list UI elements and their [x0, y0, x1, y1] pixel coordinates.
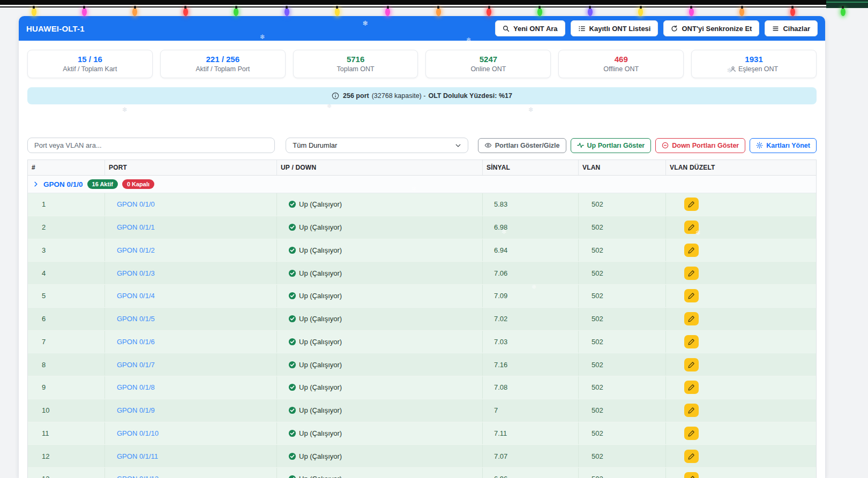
signal-value: 7.11 [483, 422, 579, 445]
table-row: 11 GPON 0/1/10 Up (Çalışıyor) 7.11 502 [28, 422, 816, 445]
pencil-icon [688, 430, 695, 437]
stat-value: 469 [561, 55, 681, 64]
stat-value: 5716 [296, 55, 416, 64]
status-filter-select[interactable]: Tüm Durumlar [286, 138, 468, 153]
vlan-edit-button[interactable] [684, 198, 699, 211]
port-link[interactable]: GPON 0/1/8 [117, 383, 155, 391]
light-bulb [841, 8, 845, 16]
light-bulb [588, 8, 593, 16]
header-actions: Yeni ONT Ara Kayıtlı ONT Listesi ONT'yi … [495, 20, 818, 36]
signal-value: 7.03 [483, 331, 579, 353]
table-row: 7 GPON 0/1/6 Up (Çalışıyor) 7.03 502 [28, 331, 816, 354]
check-circle-icon [288, 338, 296, 346]
vlan-edit-button[interactable] [684, 244, 699, 257]
toolbar: Tüm Durumlar Portları Göster/Gizle Up Po… [27, 138, 817, 153]
port-link[interactable]: GPON 0/1/6 [117, 338, 155, 346]
port-status: Up (Çalışıyor) [277, 262, 483, 284]
port-link[interactable]: GPON 0/1/10 [117, 429, 159, 437]
port-status: Up (Çalışıyor) [277, 193, 483, 216]
signal-value: 6.94 [483, 239, 579, 262]
stat-label: Eşleşen ONT [694, 65, 814, 73]
vlan-value: 502 [579, 285, 666, 307]
stat-card: 15 / 16 Aktif / Toplam Kart [27, 50, 153, 78]
port-status: Up (Çalışıyor) [277, 308, 483, 330]
pencil-icon [688, 315, 695, 322]
vlan-edit-button[interactable] [684, 358, 699, 371]
vlan-value: 502 [579, 239, 666, 262]
port-group-row[interactable]: GPON 0/1/0 16 Aktif 0 Kapalı [28, 176, 816, 193]
signal-value: 7.08 [483, 376, 579, 399]
header-button-yeni-ont-ara[interactable]: Yeni ONT Ara [495, 20, 565, 36]
filter-button-kartlari-yonet[interactable]: Kartları Yönet [750, 138, 817, 153]
info-icon [332, 92, 339, 100]
menu-icon [772, 25, 779, 32]
vlan-value: 502 [579, 468, 666, 478]
group-name: GPON 0/1/0 [43, 180, 83, 188]
vlan-edit-button[interactable] [684, 450, 699, 463]
check-circle-icon [288, 200, 296, 208]
table-row: 1 GPON 0/1/0 Up (Çalışıyor) 5.83 502 [28, 193, 816, 216]
vlan-edit-button[interactable] [684, 404, 699, 417]
chevron-down-icon [455, 142, 461, 149]
olt-title: HUAWEI-OLT-1 [26, 24, 85, 33]
vlan-value: 502 [579, 422, 666, 445]
vlan-value: 502 [579, 262, 666, 284]
port-link[interactable]: GPON 0/1/9 [117, 406, 155, 414]
light-bulb [487, 8, 491, 16]
port-link[interactable]: GPON 0/1/1 [117, 223, 155, 231]
vlan-edit-button[interactable] [684, 381, 699, 394]
port-status: Up (Çalışıyor) [277, 239, 483, 262]
signal-value: 7.16 [483, 353, 579, 376]
vlan-edit-button[interactable] [684, 289, 699, 302]
row-number: 12 [28, 445, 105, 467]
sync-icon [671, 25, 678, 32]
filter-button-up-portlari-goster[interactable]: Up Portları Göster [571, 138, 652, 153]
port-link[interactable]: GPON 0/1/0 [117, 200, 155, 208]
port-link[interactable]: GPON 0/1/3 [117, 269, 155, 277]
stat-card: 1931 Eşleşen ONT [691, 50, 817, 78]
port-link[interactable]: GPON 0/1/11 [117, 452, 158, 460]
check-circle-icon [288, 361, 296, 369]
port-link[interactable]: GPON 0/1/4 [117, 292, 155, 300]
check-circle-icon [288, 452, 296, 460]
port-link[interactable]: GPON 0/1/2 [117, 246, 155, 254]
vlan-edit-button[interactable] [684, 335, 699, 348]
search-input[interactable] [27, 138, 275, 153]
light-bulb [82, 8, 87, 16]
check-circle-icon [288, 292, 296, 300]
vlan-value: 502 [579, 331, 666, 353]
light-bulb [385, 8, 390, 16]
signal-value: 7.06 [483, 262, 579, 284]
table-row: 5 GPON 0/1/4 Up (Çalışıyor) 7.09 502 [28, 285, 816, 308]
table-row: 12 GPON 0/1/11 Up (Çalışıyor) 7.07 502 [28, 445, 816, 468]
filter-button-down-portlari-goster[interactable]: Down Portları Göster [655, 138, 745, 153]
header-button-kayitli-ont-listesi[interactable]: Kayıtlı ONT Listesi [571, 20, 659, 36]
header-button-cihazlar[interactable]: Cihazlar [765, 20, 818, 36]
vlan-value: 502 [579, 353, 666, 376]
check-circle-icon [288, 269, 296, 277]
status-filter-value: Tüm Durumlar [293, 141, 337, 149]
vlan-edit-button[interactable] [684, 221, 699, 234]
row-number: 3 [28, 239, 105, 262]
signal-value: 7.09 [483, 285, 579, 307]
port-link[interactable]: GPON 0/1/5 [117, 315, 155, 323]
table-body: 1 GPON 0/1/0 Up (Çalışıyor) 5.83 502 2 G… [28, 193, 816, 478]
port-link[interactable]: GPON 0/1/12 [117, 475, 159, 478]
check-circle-icon [288, 246, 296, 254]
stat-card: 5247 Online ONT [425, 50, 551, 78]
closed-count-badge: 0 Kapalı [122, 179, 154, 189]
port-link[interactable]: GPON 0/1/7 [117, 361, 155, 369]
stat-value: 221 / 256 [163, 55, 283, 64]
check-circle-icon [288, 429, 296, 437]
vlan-edit-button[interactable] [684, 472, 699, 478]
filter-button-portlari-goster-gizle[interactable]: Portları Göster/Gizle [478, 138, 566, 153]
header-button-ont-senkronize[interactable]: ONT'yi Senkronize Et [663, 20, 759, 36]
vlan-edit-button[interactable] [684, 312, 699, 325]
column-header: # [28, 160, 105, 175]
vlan-edit-button[interactable] [684, 427, 699, 440]
row-number: 4 [28, 262, 105, 284]
vlan-edit-button[interactable] [684, 267, 699, 280]
pencil-icon [688, 224, 695, 231]
search-icon [503, 25, 510, 32]
row-number: 7 [28, 331, 105, 353]
